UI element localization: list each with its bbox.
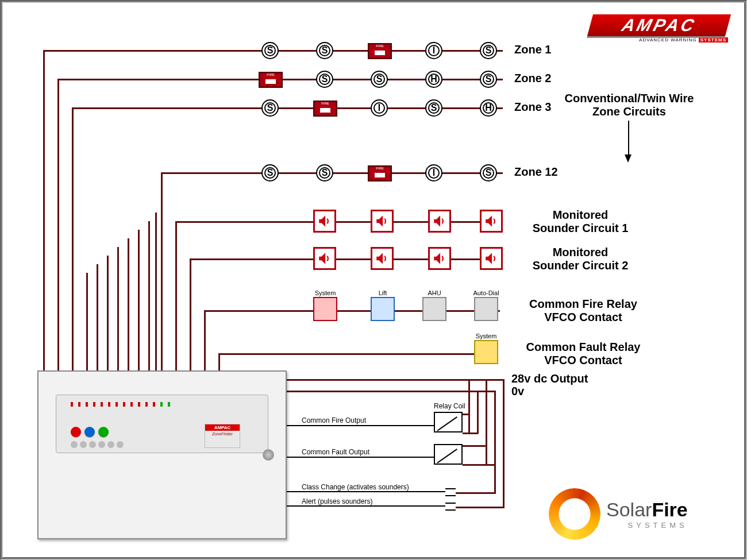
sndr1-wire — [175, 221, 500, 223]
solarfire-logo: SolarFire SYSTEMS — [549, 488, 721, 540]
sndr2-dev2 — [371, 247, 394, 270]
relay-coil-2 — [434, 444, 463, 465]
classchange-line — [284, 491, 445, 492]
zone2-dev3-smoke: S — [371, 71, 388, 88]
zone2-dev4-heat: H — [425, 71, 442, 88]
zone-stub-11 — [155, 213, 157, 370]
zone1-dev2-smoke: S — [316, 42, 333, 59]
zone3-dev5-heat: H — [480, 99, 497, 117]
relay1-to-neg — [477, 391, 479, 434]
alert-line — [284, 505, 445, 507]
zone-stub-10 — [148, 221, 150, 370]
zone12-dev4-ion: I — [425, 164, 442, 181]
cfo-label: Common Fire Output — [302, 416, 366, 424]
relay2-to-pos — [486, 379, 487, 465]
zone12-label: Zone 12 — [514, 165, 558, 179]
zone-stub-5 — [97, 264, 98, 370]
zone3-dev4-smoke: S — [425, 99, 442, 117]
dc-neg-wire — [284, 391, 494, 392]
cfo-line — [284, 425, 434, 426]
sndr1-label: Monitored Sounder Circuit 1 — [514, 208, 646, 235]
sndr2-drop — [190, 258, 191, 370]
panel-small-buttons — [71, 441, 124, 448]
zone12-dev2-smoke: S — [316, 164, 333, 181]
sndr2-dev1 — [313, 247, 336, 270]
zone-stub-8 — [128, 238, 129, 370]
zone12-dev1-smoke: S — [261, 164, 279, 181]
alert-label: Alert (pulses sounders) — [302, 497, 372, 505]
sndr1-dev2 — [371, 210, 394, 233]
cftr-system: System — [474, 340, 498, 364]
sw2-return-h — [456, 507, 505, 508]
classchange-switch — [445, 488, 456, 496]
relay2-to-neg — [494, 391, 496, 465]
panel-big-buttons — [71, 427, 109, 437]
cftr-wire — [218, 353, 474, 355]
cfto-line — [284, 457, 434, 458]
zone3-dev2-mcp: FIRE — [313, 101, 337, 117]
sw1-return-h — [456, 492, 496, 494]
cftr-label: Common Fault Relay VFCO Contact — [509, 341, 658, 367]
ampac-logo-sub: ADVANCED WARNING SYSTEMS — [590, 36, 728, 43]
dc-pos-wire — [284, 379, 503, 381]
sw1-return — [494, 465, 496, 494]
relay-coil-caption: Relay Coil — [434, 402, 465, 410]
relay1-top-tap — [463, 414, 469, 415]
diagram-frame: AMPAC ADVANCED WARNING SYSTEMS Conventio… — [0, 0, 747, 560]
relay1-to-pos — [468, 379, 470, 434]
zone-arrow-line — [628, 121, 629, 155]
zone1-dev4-ion: I — [425, 42, 442, 59]
alert-switch — [445, 503, 456, 511]
panel-face: AMPAC ZoneFinder — [56, 395, 268, 453]
zone12-drop — [161, 172, 163, 370]
cfr-label: Common Fire Relay VFCO Contact — [509, 298, 658, 324]
zone3-dev3-ion: I — [371, 99, 388, 117]
ampac-logo: AMPAC ADVANCED WARNING SYSTEMS — [590, 14, 728, 43]
sndr2-dev4 — [480, 247, 503, 270]
zone12-dev5-smoke: S — [480, 164, 497, 181]
relay2-bot-tap — [463, 464, 495, 466]
zone1-label: Zone 1 — [514, 43, 551, 56]
panel-brand: AMPAC ZoneFinder — [205, 424, 240, 448]
classchange-label: Class Change (activates sounders) — [302, 483, 409, 491]
zone1-dev5-smoke: S — [480, 42, 497, 59]
zone12-dev3-mcp: FIRE — [368, 165, 392, 181]
zone2-label: Zone 2 — [514, 72, 551, 85]
cfr-ahu: AHU — [422, 297, 446, 321]
cftr-drop — [218, 353, 220, 370]
sndr2-wire — [190, 258, 500, 260]
relay-coil-1 — [434, 412, 463, 432]
zone1-dev3-mcp: FIRE — [368, 43, 392, 59]
sndr1-dev4 — [480, 210, 503, 233]
cfr-lift: Lift — [371, 297, 395, 321]
panel-leds — [71, 402, 170, 407]
zone1-dev1-smoke: S — [261, 42, 279, 59]
zone-header: Conventional/Twin Wire Zone Circuits — [555, 92, 704, 118]
zone-stub-6 — [107, 256, 109, 370]
zone-arrow-head — [625, 155, 632, 163]
cfr-system: System — [313, 297, 337, 321]
solarfire-text: SolarFire SYSTEMS — [606, 499, 688, 530]
sndr1-dev1 — [313, 210, 336, 233]
cfr-drop — [204, 310, 206, 370]
cfto-label: Common Fault Output — [302, 448, 369, 456]
zone1-drop — [43, 50, 45, 370]
sndr1-drop — [175, 221, 177, 370]
zone2-dev1-mcp: FIRE — [259, 72, 283, 88]
zone2-dev5-smoke: S — [480, 71, 497, 88]
dc-pos-label: 28v dc Output — [511, 372, 588, 385]
zone2-drop — [57, 79, 59, 370]
zone3-drop — [72, 107, 74, 370]
zone-stub-9 — [138, 230, 140, 370]
fire-alarm-panel: AMPAC ZoneFinder — [37, 370, 287, 539]
cfr-wire — [204, 310, 500, 312]
relay1-bot-tap — [463, 432, 478, 434]
panel-keyhole-icon — [263, 449, 274, 461]
sndr2-label: Monitored Sounder Circuit 2 — [514, 246, 646, 272]
sndr1-dev3 — [428, 210, 451, 233]
sw2-return — [503, 379, 505, 508]
zone3-label: Zone 3 — [514, 101, 551, 114]
zone3-dev1-smoke: S — [261, 99, 279, 117]
relay2-top-tap — [463, 445, 487, 447]
cfr-autodial: Auto-Dial — [474, 297, 498, 321]
